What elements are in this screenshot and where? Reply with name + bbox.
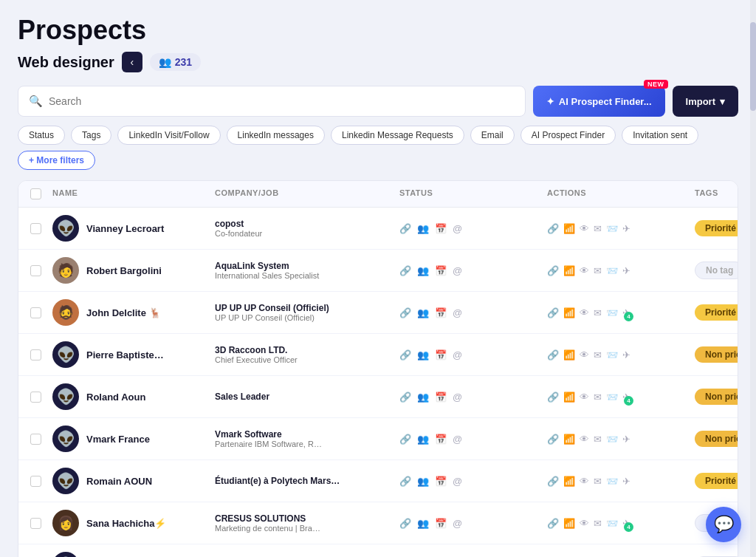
calendar-icon[interactable]: 📅: [435, 223, 447, 234]
action-inbox-icon[interactable]: 📨: [606, 265, 618, 276]
tag-pill[interactable]: Priorité: [695, 473, 738, 489]
action-view-icon[interactable]: 👁: [580, 223, 589, 234]
email-icon[interactable]: @: [453, 434, 462, 445]
team-icon[interactable]: 👥: [417, 518, 429, 529]
action-inbox-icon[interactable]: 📨: [606, 518, 618, 529]
action-mail-icon[interactable]: ✉: [594, 223, 602, 234]
tag-pill[interactable]: No tag: [695, 262, 738, 279]
calendar-icon[interactable]: 📅: [435, 392, 447, 403]
row-checkbox[interactable]: [30, 476, 41, 487]
action-feed-icon[interactable]: 📶: [563, 392, 575, 403]
tag-pill[interactable]: Priorité: [695, 220, 738, 236]
filter-tags[interactable]: Tags: [71, 126, 111, 145]
action-mail-icon[interactable]: ✉: [594, 307, 602, 318]
ai-prospect-finder-button[interactable]: ✦ AI Prospect Finder... NEW: [533, 86, 665, 117]
link-icon[interactable]: 🔗: [399, 476, 411, 487]
tag-pill[interactable]: Non prio: [695, 346, 738, 363]
calendar-icon[interactable]: 📅: [435, 265, 447, 276]
filter-invitation[interactable]: Invitation sent: [622, 126, 698, 145]
row-checkbox[interactable]: [30, 434, 41, 445]
calendar-icon[interactable]: 📅: [435, 349, 447, 360]
action-feed-icon[interactable]: 📶: [563, 476, 575, 487]
email-icon[interactable]: @: [453, 307, 462, 318]
email-icon[interactable]: @: [453, 476, 462, 487]
team-icon[interactable]: 👥: [417, 349, 429, 360]
action-link-icon[interactable]: 🔗: [547, 349, 559, 360]
action-view-icon[interactable]: 👁: [580, 392, 589, 403]
action-send-icon[interactable]: ✈4: [622, 307, 630, 318]
link-icon[interactable]: 🔗: [399, 349, 411, 360]
action-link-icon[interactable]: 🔗: [547, 223, 559, 234]
action-send-icon[interactable]: ✈4: [622, 392, 630, 403]
action-mail-icon[interactable]: ✉: [594, 392, 602, 403]
action-mail-icon[interactable]: ✉: [594, 518, 602, 529]
tag-pill[interactable]: Priorité: [695, 304, 738, 321]
action-link-icon[interactable]: 🔗: [547, 434, 559, 445]
search-input[interactable]: [49, 95, 515, 107]
action-send-icon[interactable]: ✈4: [622, 518, 630, 529]
row-checkbox[interactable]: [30, 265, 41, 276]
action-feed-icon[interactable]: 📶: [563, 223, 575, 234]
action-send-icon[interactable]: ✈: [622, 265, 630, 276]
row-checkbox[interactable]: [30, 392, 41, 403]
filter-ai-finder[interactable]: AI Prospect Finder: [520, 126, 616, 145]
calendar-icon[interactable]: 📅: [435, 518, 447, 529]
action-feed-icon[interactable]: 📶: [563, 349, 575, 360]
action-inbox-icon[interactable]: 📨: [606, 434, 618, 445]
team-icon[interactable]: 👥: [417, 476, 429, 487]
team-icon[interactable]: 👥: [417, 392, 429, 403]
select-all-checkbox[interactable]: [30, 188, 41, 199]
action-view-icon[interactable]: 👁: [580, 518, 589, 529]
action-mail-icon[interactable]: ✉: [594, 434, 602, 445]
email-icon[interactable]: @: [453, 349, 462, 360]
action-link-icon[interactable]: 🔗: [547, 265, 559, 276]
filter-status[interactable]: Status: [18, 126, 65, 145]
action-inbox-icon[interactable]: 📨: [606, 223, 618, 234]
action-inbox-icon[interactable]: 📨: [606, 392, 618, 403]
action-mail-icon[interactable]: ✉: [594, 349, 602, 360]
chat-fab-button[interactable]: 💬: [706, 507, 741, 542]
email-icon[interactable]: @: [453, 392, 462, 403]
link-icon[interactable]: 🔗: [399, 307, 411, 318]
calendar-icon[interactable]: 📅: [435, 476, 447, 487]
link-icon[interactable]: 🔗: [399, 223, 411, 234]
action-send-icon[interactable]: ✈: [622, 434, 630, 445]
action-send-icon[interactable]: ✈: [622, 223, 630, 234]
row-checkbox[interactable]: [30, 518, 41, 529]
team-icon[interactable]: 👥: [417, 307, 429, 318]
action-feed-icon[interactable]: 📶: [563, 518, 575, 529]
action-send-icon[interactable]: ✈: [622, 476, 630, 487]
action-link-icon[interactable]: 🔗: [547, 307, 559, 318]
action-feed-icon[interactable]: 📶: [563, 265, 575, 276]
action-link-icon[interactable]: 🔗: [547, 392, 559, 403]
action-inbox-icon[interactable]: 📨: [606, 307, 618, 318]
link-icon[interactable]: 🔗: [399, 518, 411, 529]
filter-linkedin-visit[interactable]: LinkedIn Visit/Follow: [117, 126, 220, 145]
filter-linkedin-messages[interactable]: LinkedIn messages: [227, 126, 325, 145]
action-mail-icon[interactable]: ✉: [594, 476, 602, 487]
scrollbar-thumb[interactable]: [750, 22, 756, 111]
calendar-icon[interactable]: 📅: [435, 434, 447, 445]
tag-pill[interactable]: Non prio: [695, 389, 738, 405]
email-icon[interactable]: @: [453, 223, 462, 234]
calendar-icon[interactable]: 📅: [435, 307, 447, 318]
action-link-icon[interactable]: 🔗: [547, 476, 559, 487]
action-view-icon[interactable]: 👁: [580, 265, 589, 276]
action-inbox-icon[interactable]: 📨: [606, 349, 618, 360]
action-feed-icon[interactable]: 📶: [563, 307, 575, 318]
filter-email[interactable]: Email: [470, 126, 515, 145]
action-view-icon[interactable]: 👁: [580, 349, 589, 360]
row-checkbox[interactable]: [30, 349, 41, 360]
link-icon[interactable]: 🔗: [399, 265, 411, 276]
team-icon[interactable]: 👥: [417, 223, 429, 234]
team-icon[interactable]: 👥: [417, 265, 429, 276]
email-icon[interactable]: @: [453, 265, 462, 276]
action-send-icon[interactable]: ✈: [622, 349, 630, 360]
link-icon[interactable]: 🔗: [399, 392, 411, 403]
action-link-icon[interactable]: 🔗: [547, 518, 559, 529]
import-button[interactable]: Import ▾: [673, 86, 738, 117]
action-mail-icon[interactable]: ✉: [594, 265, 602, 276]
action-view-icon[interactable]: 👁: [580, 307, 589, 318]
action-view-icon[interactable]: 👁: [580, 476, 589, 487]
action-inbox-icon[interactable]: 📨: [606, 476, 618, 487]
